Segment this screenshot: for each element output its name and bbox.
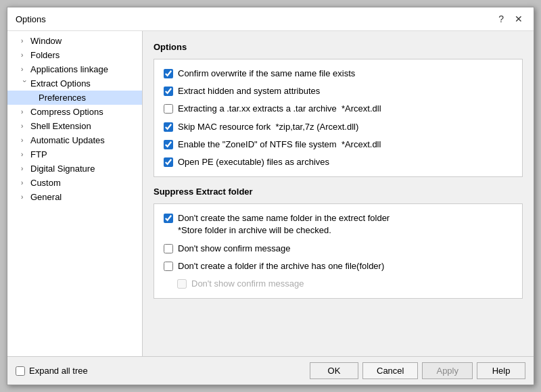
bottom-buttons: OK Cancel Apply Help [310,362,525,379]
sidebar-item-preferences[interactable]: Preferences [7,91,142,105]
sidebar-item-ftp[interactable]: ›FTP [7,147,142,162]
skip-mac-label: Skip MAC resource fork *zip,tar,7z (Arce… [178,121,358,133]
option-row-extract-hidden: Extract hidden and system attributes [164,85,513,97]
sidebar-item-label: Compress Options [30,107,103,117]
sidebar-item-label: Automatic Updates [30,135,105,145]
option-row-confirm-overwrite: Confirm overwrite if the same name file … [164,68,513,80]
expand-tree-container: Expand all tree [16,366,88,376]
help-button[interactable]: ? [496,13,507,25]
expand-all-label: Expand all tree [29,366,88,376]
confirm-overwrite-checkbox[interactable] [164,69,173,78]
extract-tar-checkbox[interactable] [164,104,173,114]
open-pe-label: Open PE (executable) files as archives [178,156,329,168]
arrow-icon: › [21,151,28,158]
close-button[interactable]: ✕ [512,13,525,25]
sidebar-item-label: Applications linkage [30,64,108,74]
sidebar-item-folders[interactable]: ›Folders [7,48,142,62]
title-controls: ? ✕ [496,13,525,25]
title-bar: Options ? ✕ [7,7,534,31]
window-title: Options [16,14,46,24]
no-confirm-msg1-label: Don't show confirm message [178,243,291,255]
sidebar-item-label: Preferences [39,93,86,103]
arrow-icon: › [21,37,28,45]
arrow-icon: › [21,108,28,116]
sidebar-item-digital-sig[interactable]: ›Digital Signature [7,162,142,176]
sidebar-item-label: Shell Extension [30,121,91,131]
no-confirm-msg2-label: Don't show confirm message [191,278,304,290]
confirm-overwrite-label: Confirm overwrite if the same name file … [178,68,355,80]
option-row-extract-tar: Extracting a .tar.xx extracts a .tar arc… [164,103,513,115]
sidebar-item-label: Folders [30,50,60,60]
sidebar-item-extract-options[interactable]: ›Extract Options [7,76,142,91]
arrow-icon: › [21,122,28,130]
options-section-title: Options [154,42,523,52]
sidebar-item-compress-options[interactable]: ›Compress Options [7,105,142,119]
option-row-enable-zone: Enable the "ZoneID" of NTFS file system … [164,139,513,151]
no-folder-one-checkbox[interactable] [164,262,173,271]
option-row-open-pe: Open PE (executable) files as archives [164,156,513,168]
no-same-folder-checkbox[interactable] [164,214,173,223]
suppress-section-title: Suppress Extract folder [154,187,523,197]
sidebar-item-label: Custom [30,178,61,188]
option-row-no-folder-one: Don't create a folder if the archive has… [164,260,513,272]
arrow-icon: › [21,165,28,172]
sidebar-item-custom[interactable]: ›Custom [7,176,142,190]
options-group: Confirm overwrite if the same name file … [154,59,523,177]
sidebar-item-general[interactable]: ›General [7,190,142,204]
suppress-group: Don't create the same name folder in the… [154,203,523,299]
no-confirm-msg1-checkbox[interactable] [164,244,173,253]
extract-tar-label: Extracting a .tar.xx extracts a .tar arc… [178,103,381,115]
option-row-skip-mac: Skip MAC resource fork *zip,tar,7z (Arce… [164,121,513,133]
sidebar-item-label: Extract Options [30,78,91,89]
arrow-icon: › [21,51,28,59]
sidebar-item-window[interactable]: ›Window [7,34,142,48]
apply-button[interactable]: Apply [422,362,473,379]
options-window: Options ? ✕ ›Window›Folders›Applications… [7,7,534,385]
cancel-button[interactable]: Cancel [362,362,418,379]
ok-button[interactable]: OK [310,362,358,379]
arrow-icon: › [21,179,28,187]
arrow-icon: › [21,137,28,144]
arrow-icon: › [21,66,28,73]
sidebar-item-auto-updates[interactable]: ›Automatic Updates [7,133,142,147]
enable-zone-checkbox[interactable] [164,140,173,149]
arrow-icon: › [21,193,28,201]
extract-hidden-label: Extract hidden and system attributes [178,85,320,97]
sidebar-item-label: General [30,192,62,202]
no-confirm-msg2-checkbox[interactable] [177,279,187,289]
extract-hidden-checkbox[interactable] [164,87,173,96]
sidebar-item-app-linkage[interactable]: ›Applications linkage [7,62,142,76]
sidebar: ›Window›Folders›Applications linkage›Ext… [7,31,143,356]
option-row-no-same-folder: Don't create the same name folder in the… [164,212,513,237]
no-same-folder-label: Don't create the same name folder in the… [178,212,390,237]
no-folder-one-label: Don't create a folder if the archive has… [178,260,384,272]
bottom-bar: Expand all tree OK Cancel Apply Help [7,356,534,385]
content-area: ›Window›Folders›Applications linkage›Ext… [7,31,534,356]
expand-all-checkbox[interactable] [16,366,25,376]
option-row-no-confirm1: Don't show confirm message [164,243,513,255]
enable-zone-label: Enable the "ZoneID" of NTFS file system … [178,139,381,151]
sidebar-item-shell-extension[interactable]: ›Shell Extension [7,119,142,133]
sidebar-item-label: Window [30,36,62,46]
option-row-no-confirm2: Don't show confirm message [164,278,513,290]
help-dialog-button[interactable]: Help [477,362,525,379]
main-panel: Options Confirm overwrite if the same na… [143,31,534,356]
skip-mac-checkbox[interactable] [164,122,173,132]
open-pe-checkbox[interactable] [164,157,173,167]
sidebar-item-label: Digital Signature [30,164,95,174]
arrow-icon: › [21,80,28,87]
sidebar-item-label: FTP [30,149,47,160]
